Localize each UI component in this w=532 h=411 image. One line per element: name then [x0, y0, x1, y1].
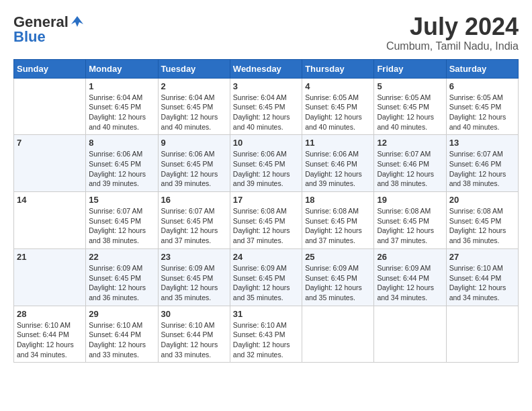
table-row: 20Sunrise: 6:08 AM Sunset: 6:45 PM Dayli… — [446, 192, 518, 249]
day-info: Sunrise: 6:09 AM Sunset: 6:45 PM Dayligh… — [233, 263, 299, 303]
logo-bird-icon — [70, 15, 85, 30]
day-info: Sunrise: 6:04 AM Sunset: 6:45 PM Dayligh… — [89, 93, 154, 132]
table-row: 10Sunrise: 6:06 AM Sunset: 6:45 PM Dayli… — [230, 135, 302, 192]
day-number: 2 — [161, 81, 227, 91]
day-number: 21 — [17, 252, 83, 262]
day-number: 13 — [449, 138, 515, 148]
table-row: 2Sunrise: 6:04 AM Sunset: 6:45 PM Daylig… — [158, 78, 230, 135]
table-row: 1Sunrise: 6:04 AM Sunset: 6:45 PM Daylig… — [86, 78, 158, 135]
day-number: 24 — [233, 252, 299, 262]
day-number: 26 — [377, 252, 443, 262]
day-number: 27 — [449, 252, 515, 262]
table-row: 28Sunrise: 6:10 AM Sunset: 6:44 PM Dayli… — [14, 306, 86, 363]
table-row — [14, 78, 86, 135]
table-row: 24Sunrise: 6:09 AM Sunset: 6:45 PM Dayli… — [230, 248, 302, 306]
day-number: 23 — [161, 252, 227, 262]
day-number: 16 — [161, 195, 227, 205]
day-number: 10 — [233, 138, 299, 148]
table-row: 21 — [14, 248, 86, 306]
table-row — [374, 306, 446, 363]
table-row: 27Sunrise: 6:10 AM Sunset: 6:44 PM Dayli… — [446, 248, 518, 306]
day-info: Sunrise: 6:08 AM Sunset: 6:45 PM Dayligh… — [377, 206, 443, 246]
header-monday: Monday — [86, 59, 158, 78]
day-number: 19 — [377, 195, 443, 205]
header-tuesday: Tuesday — [158, 59, 230, 78]
day-number: 12 — [377, 138, 443, 148]
header-friday: Friday — [374, 59, 446, 78]
table-row: 11Sunrise: 6:06 AM Sunset: 6:46 PM Dayli… — [302, 135, 374, 192]
day-number: 3 — [233, 81, 299, 91]
day-number: 7 — [17, 138, 83, 148]
calendar-week-2: 78Sunrise: 6:06 AM Sunset: 6:45 PM Dayli… — [14, 135, 519, 192]
table-row: 26Sunrise: 6:09 AM Sunset: 6:44 PM Dayli… — [374, 248, 446, 306]
day-number: 9 — [161, 138, 227, 148]
day-number: 29 — [89, 309, 154, 319]
day-info: Sunrise: 6:08 AM Sunset: 6:45 PM Dayligh… — [233, 206, 299, 246]
day-info: Sunrise: 6:09 AM Sunset: 6:45 PM Dayligh… — [305, 263, 371, 303]
header-saturday: Saturday — [446, 59, 518, 78]
table-row: 3Sunrise: 6:04 AM Sunset: 6:45 PM Daylig… — [230, 78, 302, 135]
day-number: 8 — [89, 138, 154, 148]
day-info: Sunrise: 6:05 AM Sunset: 6:45 PM Dayligh… — [377, 93, 443, 132]
day-info: Sunrise: 6:10 AM Sunset: 6:44 PM Dayligh… — [17, 320, 83, 360]
day-number: 25 — [305, 252, 371, 262]
calendar-week-4: 2122Sunrise: 6:09 AM Sunset: 6:45 PM Day… — [14, 248, 519, 306]
table-row — [302, 306, 374, 363]
day-info: Sunrise: 6:10 AM Sunset: 6:43 PM Dayligh… — [233, 320, 299, 360]
header-thursday: Thursday — [302, 59, 374, 78]
table-row: 22Sunrise: 6:09 AM Sunset: 6:45 PM Dayli… — [86, 248, 158, 306]
day-number: 1 — [89, 81, 154, 91]
table-row: 23Sunrise: 6:09 AM Sunset: 6:45 PM Dayli… — [158, 248, 230, 306]
page-header: General Blue July 2024 Cumbum, Tamil Nad… — [13, 13, 519, 52]
day-number: 30 — [161, 309, 227, 319]
table-row: 15Sunrise: 6:07 AM Sunset: 6:45 PM Dayli… — [86, 192, 158, 249]
svg-marker-0 — [71, 16, 83, 27]
location-title: Cumbum, Tamil Nadu, India — [386, 40, 519, 52]
table-row: 17Sunrise: 6:08 AM Sunset: 6:45 PM Dayli… — [230, 192, 302, 249]
day-info: Sunrise: 6:04 AM Sunset: 6:45 PM Dayligh… — [233, 93, 299, 132]
day-info: Sunrise: 6:08 AM Sunset: 6:45 PM Dayligh… — [449, 206, 515, 246]
calendar-table: Sunday Monday Tuesday Wednesday Thursday… — [13, 59, 519, 363]
day-info: Sunrise: 6:10 AM Sunset: 6:44 PM Dayligh… — [449, 263, 515, 303]
table-row: 25Sunrise: 6:09 AM Sunset: 6:45 PM Dayli… — [302, 248, 374, 306]
table-row: 4Sunrise: 6:05 AM Sunset: 6:45 PM Daylig… — [302, 78, 374, 135]
day-number: 18 — [305, 195, 371, 205]
day-info: Sunrise: 6:09 AM Sunset: 6:45 PM Dayligh… — [161, 263, 227, 303]
calendar-week-1: 1Sunrise: 6:04 AM Sunset: 6:45 PM Daylig… — [14, 78, 519, 135]
day-number: 15 — [89, 195, 154, 205]
day-number: 22 — [89, 252, 154, 262]
table-row: 6Sunrise: 6:05 AM Sunset: 6:45 PM Daylig… — [446, 78, 518, 135]
day-info: Sunrise: 6:10 AM Sunset: 6:44 PM Dayligh… — [161, 320, 227, 360]
day-info: Sunrise: 6:08 AM Sunset: 6:45 PM Dayligh… — [305, 206, 371, 246]
table-row: 29Sunrise: 6:10 AM Sunset: 6:44 PM Dayli… — [86, 306, 158, 363]
day-number: 14 — [17, 195, 83, 205]
day-info: Sunrise: 6:04 AM Sunset: 6:45 PM Dayligh… — [161, 93, 227, 132]
day-info: Sunrise: 6:05 AM Sunset: 6:45 PM Dayligh… — [305, 93, 371, 132]
calendar-header-row: Sunday Monday Tuesday Wednesday Thursday… — [14, 59, 519, 78]
day-info: Sunrise: 6:09 AM Sunset: 6:45 PM Dayligh… — [89, 263, 154, 303]
day-info: Sunrise: 6:06 AM Sunset: 6:46 PM Dayligh… — [305, 149, 371, 189]
table-row: 12Sunrise: 6:07 AM Sunset: 6:46 PM Dayli… — [374, 135, 446, 192]
table-row: 30Sunrise: 6:10 AM Sunset: 6:44 PM Dayli… — [158, 306, 230, 363]
table-row: 9Sunrise: 6:06 AM Sunset: 6:45 PM Daylig… — [158, 135, 230, 192]
calendar-week-5: 28Sunrise: 6:10 AM Sunset: 6:44 PM Dayli… — [14, 306, 519, 363]
day-number: 4 — [305, 81, 371, 91]
day-info: Sunrise: 6:07 AM Sunset: 6:46 PM Dayligh… — [449, 149, 515, 189]
header-wednesday: Wednesday — [230, 59, 302, 78]
day-info: Sunrise: 6:07 AM Sunset: 6:45 PM Dayligh… — [89, 206, 154, 246]
day-number: 31 — [233, 309, 299, 319]
day-info: Sunrise: 6:07 AM Sunset: 6:46 PM Dayligh… — [377, 149, 443, 189]
table-row: 7 — [14, 135, 86, 192]
table-row: 5Sunrise: 6:05 AM Sunset: 6:45 PM Daylig… — [374, 78, 446, 135]
day-number: 6 — [449, 81, 515, 91]
title-area: July 2024 Cumbum, Tamil Nadu, India — [386, 13, 519, 52]
month-title: July 2024 — [386, 13, 519, 40]
day-info: Sunrise: 6:10 AM Sunset: 6:44 PM Dayligh… — [89, 320, 154, 360]
day-number: 5 — [377, 81, 443, 91]
day-info: Sunrise: 6:07 AM Sunset: 6:45 PM Dayligh… — [161, 206, 227, 246]
header-sunday: Sunday — [14, 59, 86, 78]
day-info: Sunrise: 6:05 AM Sunset: 6:45 PM Dayligh… — [449, 93, 515, 132]
table-row: 19Sunrise: 6:08 AM Sunset: 6:45 PM Dayli… — [374, 192, 446, 249]
table-row: 18Sunrise: 6:08 AM Sunset: 6:45 PM Dayli… — [302, 192, 374, 249]
logo-blue-text: Blue — [13, 28, 46, 46]
